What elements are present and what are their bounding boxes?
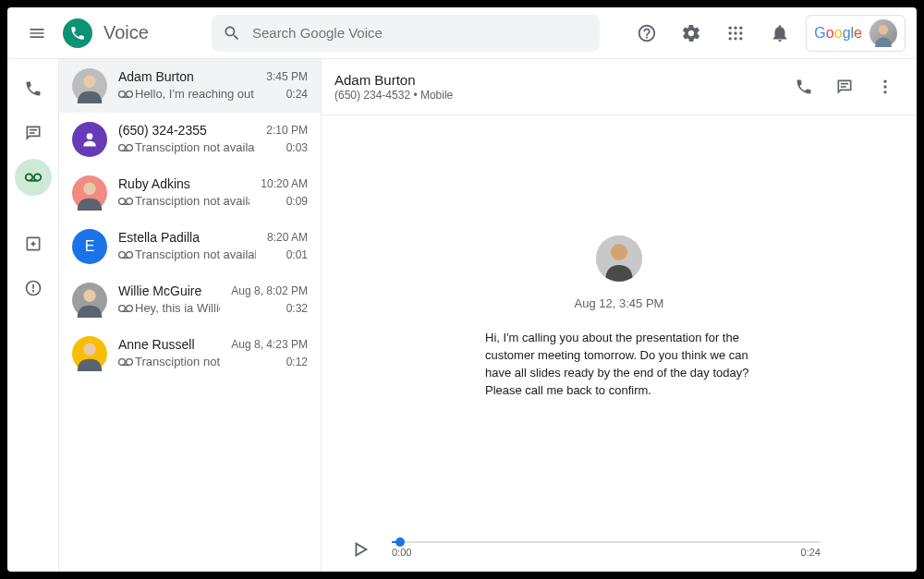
detail-avatar xyxy=(596,235,642,282)
voicemail-name: (650) 324-2355 xyxy=(118,122,255,139)
voicemail-name: Anne Russell xyxy=(118,336,220,353)
voicemail-icon xyxy=(118,250,131,259)
voicemail-name: Estella Padilla xyxy=(118,229,256,246)
apps-button[interactable] xyxy=(717,15,754,52)
svg-point-6 xyxy=(729,37,732,40)
voicemail-duration: 0:09 xyxy=(261,193,308,210)
svg-point-33 xyxy=(119,252,126,259)
call-back-button[interactable] xyxy=(785,68,822,105)
seek-bar[interactable] xyxy=(392,541,821,543)
svg-point-22 xyxy=(119,91,126,98)
svg-point-34 xyxy=(127,252,133,259)
svg-point-1 xyxy=(735,26,737,29)
svg-point-46 xyxy=(883,80,886,83)
contact-avatar-photo xyxy=(72,68,107,103)
svg-point-0 xyxy=(729,26,732,29)
voicemail-item[interactable]: Ruby Adkins Transciption not available 1… xyxy=(59,166,321,220)
voicemail-name: Adam Burton xyxy=(118,68,255,85)
contact-avatar-letter: E xyxy=(72,229,107,264)
voicemail-icon xyxy=(118,357,131,367)
search-box[interactable] xyxy=(212,15,600,52)
svg-point-2 xyxy=(740,26,743,29)
account-switcher[interactable]: Google xyxy=(806,15,906,52)
svg-point-25 xyxy=(87,133,93,139)
svg-point-21 xyxy=(83,76,95,88)
current-time: 0:00 xyxy=(392,547,411,558)
voicemail-time: Aug 8, 8:02 PM xyxy=(231,283,308,299)
app-title: Voice xyxy=(103,22,149,43)
svg-point-37 xyxy=(119,306,126,312)
voicemail-item[interactable]: Willie McGuire Hey, this ia Willie calli… xyxy=(59,273,321,327)
voicemail-time: 10:20 AM xyxy=(261,175,308,192)
contact-avatar-photo xyxy=(72,175,107,211)
svg-point-23 xyxy=(127,91,133,98)
voicemail-duration: 0:03 xyxy=(266,139,308,156)
voicemail-item[interactable]: E Estella Padilla Transciption not avail… xyxy=(59,220,321,273)
svg-point-27 xyxy=(127,145,133,151)
voicemail-time: 8:20 AM xyxy=(267,229,308,246)
send-message-button[interactable] xyxy=(826,68,863,105)
svg-marker-51 xyxy=(356,544,366,556)
voicemail-icon xyxy=(118,90,131,99)
voicemail-preview: Hey, this ia Willie calling ... xyxy=(118,300,220,317)
svg-point-29 xyxy=(83,183,95,195)
transcript-text: Hi, I'm calling you about the presentati… xyxy=(485,329,753,399)
voicemail-icon xyxy=(118,304,131,313)
search-icon xyxy=(223,24,241,42)
google-logo-text: Google xyxy=(814,25,862,42)
svg-point-36 xyxy=(83,290,95,302)
settings-button[interactable] xyxy=(673,15,710,52)
svg-point-41 xyxy=(119,359,126,366)
svg-point-3 xyxy=(729,31,732,34)
more-options-button[interactable] xyxy=(867,68,904,105)
voicemail-name: Willie McGuire xyxy=(118,283,220,299)
voicemail-time: 2:10 PM xyxy=(266,122,308,139)
svg-point-31 xyxy=(127,199,133,205)
voicemail-preview: Transciption not available xyxy=(118,247,256,263)
rail-voicemail[interactable] xyxy=(15,159,52,196)
voicemail-time: 3:45 PM xyxy=(266,68,308,85)
voicemail-item[interactable]: (650) 324-2355 Transciption not availabl… xyxy=(59,113,321,166)
svg-point-7 xyxy=(735,37,737,40)
play-button[interactable] xyxy=(344,533,377,566)
svg-point-26 xyxy=(119,145,126,151)
svg-point-12 xyxy=(25,174,31,180)
voicemail-preview: Transciption not available xyxy=(118,354,220,370)
svg-point-9 xyxy=(879,25,889,35)
svg-point-8 xyxy=(740,37,743,40)
navigation-rail xyxy=(7,59,59,572)
rail-spam[interactable] xyxy=(15,270,52,307)
voicemail-icon xyxy=(118,197,131,206)
svg-point-47 xyxy=(883,85,886,88)
voicemail-name: Ruby Adkins xyxy=(118,175,249,192)
svg-point-13 xyxy=(33,174,40,180)
account-avatar xyxy=(869,19,897,47)
voicemail-time: Aug 8, 4:23 PM xyxy=(231,336,308,353)
audio-player: 0:00 0:24 xyxy=(322,527,917,572)
rail-calls[interactable] xyxy=(15,70,52,107)
contact-avatar-icon xyxy=(72,122,107,157)
menu-button[interactable] xyxy=(18,15,55,52)
search-input[interactable] xyxy=(252,25,589,41)
detail-contact-name: Adam Burton xyxy=(334,72,785,88)
message-date: Aug 12, 3:45 PM xyxy=(575,296,664,310)
voicemail-icon xyxy=(118,143,131,152)
help-button[interactable] xyxy=(628,15,665,52)
svg-point-50 xyxy=(611,244,627,260)
voicemail-item[interactable]: Adam Burton Hello, I'm reaching out to..… xyxy=(59,59,321,113)
voicemail-preview: Transciption not available xyxy=(118,139,255,156)
svg-point-38 xyxy=(127,306,133,312)
rail-messages[interactable] xyxy=(15,115,52,151)
voicemail-item[interactable]: Anne Russell Transciption not available … xyxy=(59,327,321,380)
app-header: Voice Google xyxy=(7,7,917,59)
voicemail-duration: 0:12 xyxy=(231,354,308,370)
voicemail-list: Adam Burton Hello, I'm reaching out to..… xyxy=(59,59,322,572)
voice-logo-icon xyxy=(63,18,92,48)
contact-avatar-photo xyxy=(72,283,107,318)
voicemail-detail: Adam Burton (650) 234-4532 • Mobile xyxy=(322,59,917,572)
detail-contact-info: (650) 234-4532 • Mobile xyxy=(334,89,785,102)
svg-point-40 xyxy=(83,344,95,356)
rail-archive[interactable] xyxy=(15,225,52,262)
total-time: 0:24 xyxy=(801,547,821,558)
notifications-button[interactable] xyxy=(761,15,798,52)
